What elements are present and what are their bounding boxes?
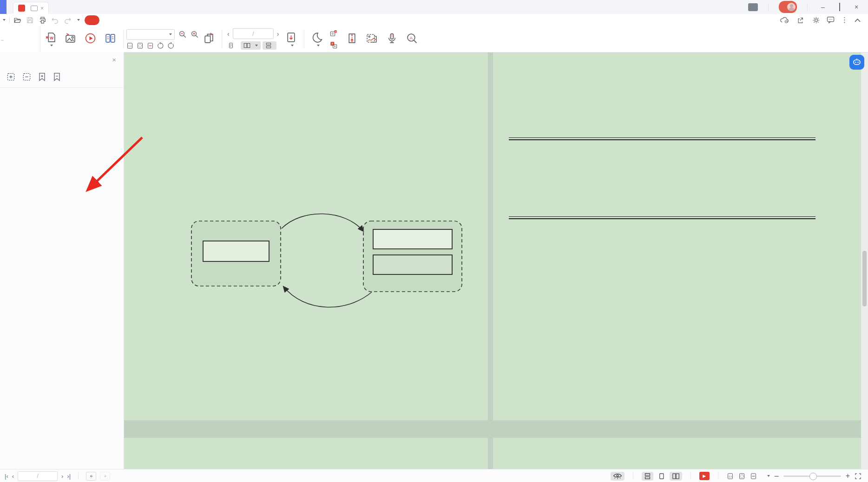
page-gap-horizontal [124,420,861,438]
read-aloud-button[interactable] [382,27,402,51]
screenshot-compare-button[interactable] [362,27,382,51]
background-button[interactable] [307,27,327,51]
auto-scroll-button[interactable] [281,27,301,51]
cloud-sync-icon [780,17,789,23]
rotate-document-icon [203,33,215,44]
listing-rule-top [509,137,815,140]
page-number-input[interactable]: / [233,28,274,39]
play-slideshow-button[interactable]: ▶ [699,472,710,480]
app-logo[interactable] [0,0,7,14]
dropdown-icon [169,33,172,35]
continuous-reading-button[interactable] [263,41,276,50]
menu-tab-start[interactable] [85,15,99,25]
delete-bookmark-icon[interactable] [53,72,61,81]
compress-icon [346,33,358,44]
save-icon[interactable] [26,16,34,24]
next-page-icon[interactable]: › [275,30,282,38]
continuous-scroll-icon [644,473,651,480]
listing-rule-bottom [509,216,815,219]
close-button[interactable]: × [851,3,861,11]
continuous-view-toggle[interactable] [642,472,653,481]
fit-page-icon[interactable] [738,473,745,480]
full-translate-button[interactable]: A [327,40,342,50]
divider [123,30,124,48]
fit-width-icon[interactable] [147,42,154,49]
statusbar-page-input[interactable]: / [18,471,58,481]
zoom-level-dropdown[interactable] [126,29,175,40]
zoom-out-button[interactable]: – [775,472,779,480]
rotate-right-icon[interactable] [167,42,174,49]
word-translate-button[interactable]: 译 [327,29,342,38]
double-page-view-button[interactable] [241,41,261,50]
tab-close-icon[interactable]: × [40,6,44,11]
pdf-to-office-button[interactable]: W [40,27,60,51]
microphone-icon [386,33,398,44]
open-file-icon[interactable] [13,16,21,24]
more-menu-icon[interactable]: ⋮ [841,16,848,24]
collapse-ribbon-icon[interactable] [855,18,861,22]
assistant-icon [852,58,861,67]
print-icon[interactable] [39,16,46,24]
pdf-to-image-button[interactable] [60,27,80,51]
feedback-comment-icon[interactable] [827,16,835,24]
back-arrow-icon [89,474,94,479]
last-page-icon[interactable]: ›| [67,473,71,480]
double-page-toggle[interactable] [670,472,682,481]
add-bookmark-icon[interactable] [38,72,46,81]
zoom-out-icon[interactable] [178,30,187,39]
rotate-document-button[interactable] [199,27,219,51]
statusbar: |‹ ‹ / › ›| ▶ 1:1 – + [0,469,868,482]
floating-assistant-button[interactable] [849,55,864,70]
single-page-view-button[interactable] [225,41,239,50]
file-menu-partial[interactable] [0,19,6,21]
document-area [0,0,868,482]
undo-icon[interactable] [51,16,59,24]
quick-access-toolbar [13,16,80,24]
next-page-icon[interactable]: › [61,473,63,480]
actual-size-icon[interactable]: 1:1 [727,473,734,480]
chevron-down-icon [3,19,6,21]
notification-badge[interactable] [748,3,758,11]
compress-button[interactable] [342,27,362,51]
history-back-button[interactable] [86,472,96,481]
divider [768,3,769,11]
document-tab[interactable]: × [13,2,49,14]
rotate-left-icon[interactable] [157,42,164,49]
guest-login-button[interactable] [779,1,797,13]
find-button[interactable]: A [402,27,422,51]
first-page-icon[interactable]: |‹ [5,473,8,480]
history-forward-button[interactable] [100,472,110,481]
eye-protection-button[interactable] [611,472,625,481]
previous-page-icon[interactable]: ‹ [225,30,232,38]
divider [9,16,10,24]
single-page-icon [658,473,665,480]
minimize-button[interactable]: – [818,3,828,11]
divider [807,3,808,11]
share-button[interactable] [797,17,806,24]
sync-status[interactable] [780,17,790,23]
zoom-slider[interactable] [783,475,841,477]
play-button[interactable] [80,27,100,51]
zoom-slider-knob[interactable] [809,473,817,480]
fit-page-icon[interactable] [137,42,144,49]
sidebar-close-icon[interactable]: × [112,56,116,64]
actual-size-icon[interactable]: 1:1 [126,42,133,49]
fullscreen-icon[interactable] [855,473,861,480]
fit-width-icon[interactable] [750,473,757,480]
settings-gear-icon[interactable] [812,16,820,24]
qat-more-icon[interactable] [77,19,80,21]
expand-all-icon[interactable] [7,72,15,81]
reader-mode-icon[interactable] [31,6,38,11]
zoom-in-icon[interactable] [191,30,199,39]
collapse-all-icon[interactable] [22,72,31,81]
titlebar: × – × [0,0,868,14]
read-mode-button[interactable] [100,27,120,51]
restore-button[interactable] [835,3,845,11]
redo-icon[interactable] [64,16,72,24]
vertical-scrollbar-thumb[interactable] [862,251,867,306]
jit-arrow [282,214,363,231]
previous-page-icon[interactable]: ‹ [12,473,14,480]
zoom-in-button[interactable]: + [846,472,850,480]
single-page-toggle[interactable] [658,473,665,480]
dropdown-icon [767,475,770,477]
